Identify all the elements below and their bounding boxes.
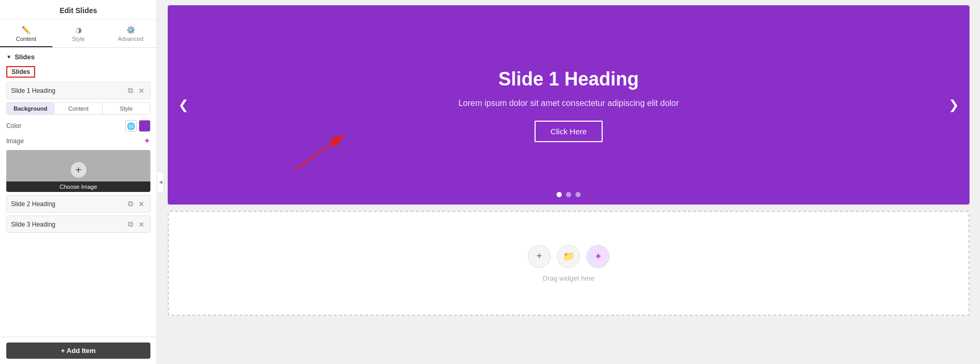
image-label: Image [6, 137, 144, 145]
slide-1-delete-button[interactable]: ✕ [137, 86, 146, 95]
panel-body: ▼ Slides Slides Slide 1 Heading ⧉ ✕ Back… [0, 48, 157, 337]
sub-tab-style[interactable]: Style [103, 103, 150, 114]
collapse-handle[interactable]: ◀ [157, 172, 164, 192]
tab-content[interactable]: ✏️ Content [0, 23, 52, 47]
half-circle-icon: ◑ [75, 26, 82, 34]
slider-container: ❮ Slide 1 Heading Lorem ipsum dolor sit … [168, 5, 970, 205]
color-field-row: Color 🌐 [6, 120, 150, 132]
global-color-button[interactable]: 🌐 [125, 120, 137, 132]
drag-widget-buttons: + 📁 ✦ [528, 245, 609, 268]
svg-line-1 [295, 135, 345, 170]
slide-heading: Slide 1 Heading [459, 68, 679, 90]
dot-3[interactable] [575, 192, 581, 197]
slide-2-delete-button[interactable]: ✕ [137, 199, 146, 208]
panel-tabs: ✏️ Content ◑ Style ⚙️ Advanced [0, 19, 157, 48]
drag-widget-area: + 📁 ✦ Drag widget here [168, 211, 970, 316]
dot-1[interactable] [557, 192, 562, 197]
slide-3-row: Slide 3 Heading ⧉ ✕ [6, 216, 150, 233]
choose-image-bar[interactable]: Choose Image [6, 181, 150, 192]
sparkle-icon: ✦ [594, 251, 602, 262]
slide-1-actions: ⧉ ✕ [127, 86, 146, 95]
slider-next-button[interactable]: ❯ [943, 92, 964, 117]
slides-section-header: ▼ Slides [6, 53, 150, 61]
slide-3-actions: ⧉ ✕ [127, 220, 146, 229]
edit-slides-panel: Edit Slides ✏️ Content ◑ Style ⚙️ Advanc… [0, 0, 157, 364]
section-arrow-icon: ▼ [6, 54, 12, 60]
slide-3-label: Slide 3 Heading [11, 221, 127, 228]
slide-3-delete-button[interactable]: ✕ [137, 220, 146, 229]
magic-widget-button[interactable]: ✦ [586, 245, 609, 268]
slide-content: Slide 1 Heading Lorem ipsum dolor sit am… [417, 58, 721, 153]
slide-1-row: Slide 1 Heading ⧉ ✕ [6, 82, 150, 99]
slide-3-duplicate-button[interactable]: ⧉ [127, 220, 134, 229]
tab-style[interactable]: ◑ Style [52, 23, 105, 47]
plus-icon: + [537, 251, 542, 262]
slide-cta-button[interactable]: Click Here [535, 121, 602, 142]
main-area: ❮ Slide 1 Heading Lorem ipsum dolor sit … [157, 0, 980, 364]
collapse-arrow-icon: ◀ [159, 179, 162, 185]
color-label: Color [6, 122, 38, 130]
panel-footer: + Add Item [0, 337, 157, 364]
slide-2-label: Slide 2 Heading [11, 200, 127, 208]
slide-1-sub-tabs: Background Content Style [6, 102, 150, 115]
drag-widget-text: Drag widget here [543, 274, 595, 282]
image-magic-button[interactable]: ✦ [144, 136, 150, 146]
panel-title: Edit Slides [0, 0, 157, 19]
color-swatch[interactable] [139, 120, 150, 132]
slider-prev-button[interactable]: ❮ [173, 92, 194, 117]
add-widget-button[interactable]: + [528, 245, 551, 268]
pencil-icon: ✏️ [21, 26, 30, 34]
slide-1-label: Slide 1 Heading [11, 87, 127, 94]
tab-advanced[interactable]: ⚙️ Advanced [104, 23, 157, 47]
color-controls: 🌐 [125, 120, 150, 132]
sub-tab-background[interactable]: Background [7, 103, 55, 114]
gear-icon: ⚙️ [126, 26, 135, 34]
slides-label-box: Slides [6, 66, 35, 78]
add-item-button[interactable]: + Add Item [6, 342, 150, 359]
section-label: Slides [15, 53, 35, 61]
dot-2[interactable] [566, 192, 571, 197]
folder-icon: 📁 [563, 251, 574, 262]
folder-widget-button[interactable]: 📁 [557, 245, 580, 268]
slider-dots [557, 192, 581, 197]
image-upload-area[interactable]: + Choose Image [6, 150, 150, 192]
slide-2-duplicate-button[interactable]: ⧉ [127, 199, 134, 208]
sub-tab-content[interactable]: Content [55, 103, 102, 114]
upload-plus-icon: + [71, 162, 86, 178]
slide-1-duplicate-button[interactable]: ⧉ [127, 86, 134, 95]
slide-2-row: Slide 2 Heading ⧉ ✕ [6, 195, 150, 212]
slide-2-actions: ⧉ ✕ [127, 199, 146, 208]
image-field-row: Image ✦ [6, 136, 150, 146]
slide-description: Lorem ipsum dolor sit amet consectetur a… [459, 99, 679, 108]
